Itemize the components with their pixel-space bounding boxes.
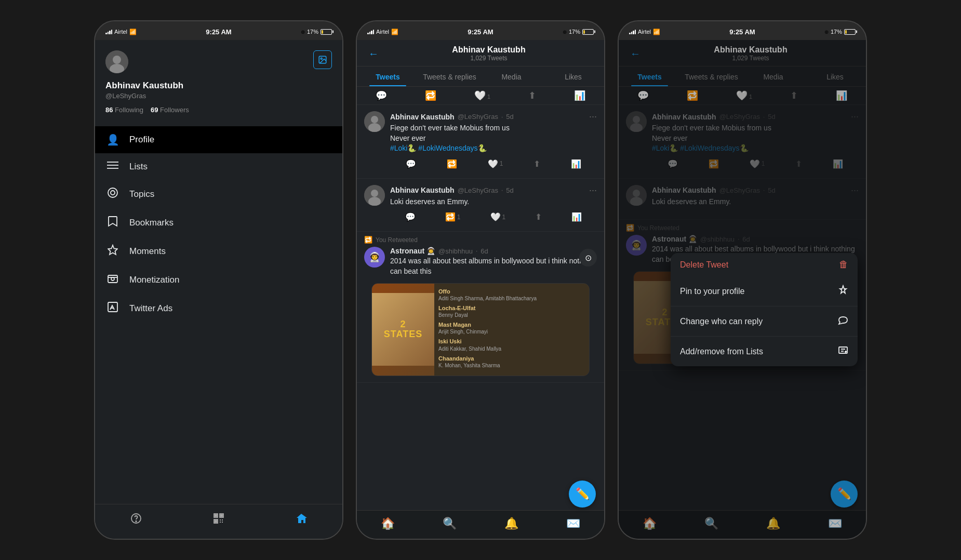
stats-btn-1[interactable]: 📊 — [571, 159, 581, 169]
tab-replies-2[interactable]: Tweets & replies — [419, 66, 480, 86]
feed-scroll-2[interactable]: Abhinav Kaustubh @LeShyGras · 5d ··· Fie… — [357, 105, 604, 510]
tweet-card-2: Abhinav Kaustubh @LeShyGras · 5d ··· Lok… — [357, 179, 604, 232]
lists-icon-ctx — [838, 345, 848, 358]
retweet-btn-1[interactable]: 🔁 — [447, 159, 457, 169]
network-info-3: Airtel 📶 — [629, 29, 660, 35]
bottom-nav-home[interactable] — [292, 510, 310, 530]
share-btn-2[interactable]: ⬆ — [535, 212, 542, 222]
edit-profile-button[interactable] — [313, 50, 332, 69]
retweet-text: 2014 was all about best albums in bollyw… — [390, 256, 597, 276]
moments-icon — [105, 244, 120, 258]
reply-btn-2[interactable]: 💬 — [405, 212, 416, 222]
topics-icon — [105, 187, 120, 201]
retweet-btn-2[interactable]: 🔁 1 — [445, 212, 461, 222]
album-card[interactable]: 2STATES Offo Aditi Singh Sharma, Amitabh… — [371, 283, 590, 376]
share-btn-1[interactable]: ⬆ — [533, 159, 540, 169]
wifi-icon-3: 📶 — [653, 29, 660, 35]
tweet-handle-1: @LeShyGras — [458, 113, 498, 121]
tab-tweets-2[interactable]: Tweets — [357, 66, 419, 86]
retweet-icon-top[interactable]: 🔁 — [425, 90, 436, 101]
tweet-time-2: 5d — [506, 186, 513, 194]
svg-point-3 — [113, 56, 121, 64]
tweet-handle-2: @LeShyGras — [458, 186, 498, 194]
track-5: Chaandaniya K. Mohan, Yashita Sharma — [438, 355, 585, 369]
followers-stat[interactable]: 69 Followers — [151, 106, 189, 114]
pin-icon — [838, 285, 848, 298]
sidebar-item-bookmarks[interactable]: Bookmarks — [95, 208, 342, 237]
retweet-content: Astronaut 👨‍🚀 @shibhhuu · 6d 2014 was al… — [390, 247, 597, 279]
svg-rect-11 — [108, 275, 117, 283]
home-nav-2[interactable]: 🏠 — [376, 515, 400, 532]
lists-label: Add/remove from Lists — [680, 347, 763, 356]
delete-tweet-label[interactable]: Delete Tweet — [680, 260, 728, 270]
notifications-nav-2[interactable]: 🔔 — [499, 515, 524, 532]
following-stat[interactable]: 86 Following — [105, 106, 143, 114]
bottom-nav-qr[interactable] — [210, 510, 228, 530]
tweet-more-2[interactable]: ··· — [589, 185, 597, 196]
location-icon-3: ⊕ — [824, 29, 829, 35]
location-icon-1: ⊕ — [301, 29, 305, 35]
status-icons-1: ⊕ 17% — [301, 29, 332, 35]
like-icon-top[interactable]: 🤍1 — [474, 90, 490, 101]
network-info-2: Airtel 📶 — [367, 29, 398, 35]
svg-marker-10 — [108, 245, 117, 255]
sidebar-item-moments[interactable]: Moments — [95, 237, 342, 265]
context-menu: Delete Tweet 🗑 Pin to your profile Chang… — [671, 253, 858, 366]
tab-likes-2[interactable]: Likes — [542, 66, 604, 86]
feed-content-3: ← Abhinav Kaustubh 1,029 Tweets Tweets T… — [619, 40, 866, 539]
profile-name: Abhinav Kaustubh — [105, 81, 332, 91]
tweet-footer-2: 💬 🔁 1 🤍 1 ⬆ 📊 — [390, 210, 597, 222]
tab-media-2[interactable]: Media — [480, 66, 542, 86]
track-1: Offo Aditi Singh Sharma, Amitabh Bhattac… — [438, 288, 585, 302]
sidebar-item-twitter-ads[interactable]: Twitter Ads — [95, 294, 342, 323]
retweet-banner-2: 🔁 You Retweeted — [357, 232, 604, 244]
sidebar-item-topics[interactable]: Topics — [95, 180, 342, 208]
bottom-nav-help[interactable] — [127, 510, 145, 530]
clock-1: 9:25 AM — [206, 28, 231, 36]
share-icon-top[interactable]: ⬆ — [528, 90, 536, 101]
clock-3: 9:25 AM — [729, 28, 755, 36]
stats-btn-2[interactable]: 📊 — [571, 212, 582, 222]
svg-point-12 — [111, 277, 114, 281]
retweet-by-label: You Retweeted — [376, 236, 418, 244]
pin-to-profile-item[interactable]: Pin to your profile — [671, 276, 858, 306]
phone-feed: Airtel 📶 9:25 AM ⊕ 17% ← Abhinav Kaustub… — [356, 20, 605, 540]
svg-point-9 — [111, 191, 115, 195]
retweet-avatar: 👨‍🚀 — [364, 247, 385, 268]
status-bar-2: Airtel 📶 9:25 AM ⊕ 17% — [357, 21, 604, 40]
sidebar-item-monetization[interactable]: Monetization — [95, 265, 342, 294]
lists-item[interactable]: Add/remove from Lists — [671, 337, 858, 366]
hashtag-lokiwed-1[interactable]: #LokiWednesdays🐍 — [418, 144, 486, 152]
compose-button-2[interactable]: ✏️ — [569, 481, 596, 508]
tweet-time-1: 5d — [506, 113, 513, 121]
like-btn-2[interactable]: 🤍 1 — [490, 212, 506, 222]
tweet-content-1: Abhinav Kaustubh @LeShyGras · 5d ··· Fie… — [390, 111, 597, 169]
feed-header-center-2: Abhinav Kaustubh 1,029 Tweets — [382, 45, 596, 62]
search-nav-2[interactable]: 🔍 — [437, 515, 462, 532]
back-button-2[interactable]: ← — [365, 45, 382, 62]
retweet-handle: @shibhhuu — [438, 247, 473, 255]
album-cover: 2STATES Offo Aditi Singh Sharma, Amitabh… — [372, 284, 589, 376]
status-bar-3: Airtel 📶 9:25 AM ⊕ 17% — [619, 21, 866, 40]
comment-icon-top[interactable]: 💬 — [376, 90, 387, 101]
wifi-icon-1: 📶 — [129, 29, 137, 35]
change-reply-item[interactable]: Change who can reply — [671, 306, 858, 337]
messages-nav-2[interactable]: ✉️ — [561, 515, 585, 532]
sidebar-item-profile[interactable]: 👤 Profile — [95, 126, 342, 153]
svg-rect-19 — [215, 515, 217, 516]
profile-handle: @LeShyGras — [105, 92, 332, 100]
tweet-top-2: Abhinav Kaustubh @LeShyGras · 5d ··· Lok… — [364, 185, 597, 222]
delete-tweet-icon[interactable]: 🗑 — [839, 259, 848, 270]
like-btn-1[interactable]: 🤍 1 — [488, 159, 503, 169]
reply-btn-1[interactable]: 💬 — [406, 159, 416, 169]
hashtag-loki-1[interactable]: #Loki🐍 — [390, 144, 416, 152]
album-title: 2STATES — [372, 293, 434, 366]
sidebar-item-lists[interactable]: Lists — [95, 153, 342, 180]
tab-bar-2: Tweets Tweets & replies Media Likes — [357, 66, 604, 87]
tweet-more-1[interactable]: ··· — [589, 111, 597, 122]
svg-point-1 — [321, 58, 322, 59]
retweet-top: 👨‍🚀 Astronaut 👨‍🚀 @shibhhuu · 6d 2014 wa… — [364, 247, 597, 279]
delete-tweet-row: Delete Tweet 🗑 — [671, 253, 858, 276]
svg-point-15 — [136, 521, 137, 522]
stats-icon-top[interactable]: 📊 — [574, 90, 585, 101]
